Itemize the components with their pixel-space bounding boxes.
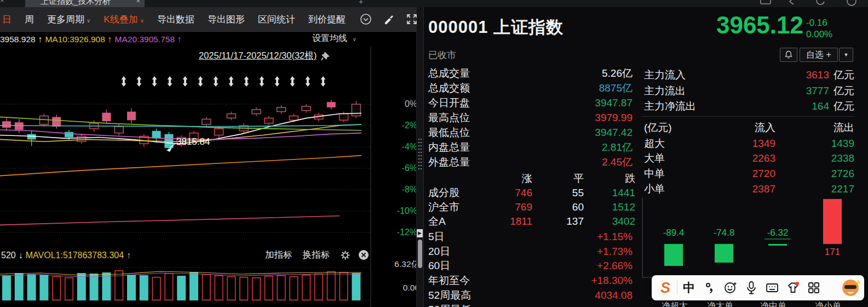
stat-row: 外盘总量2.45亿 (428, 155, 633, 169)
ma-settings-button[interactable]: 设置均线 ∨ (312, 33, 359, 44)
list-item: 年初至今+18.30% (428, 274, 633, 288)
table-row: 大单 2263 2338 (644, 151, 854, 167)
flow-row: 主力流出3777亿元 (644, 83, 854, 99)
bell-icon (784, 50, 793, 59)
axis-tick-label: -6% (378, 163, 417, 173)
ime-punctuation-button[interactable] (699, 277, 720, 298)
splitter-grip[interactable] (418, 138, 422, 172)
updown-arrow-icon (183, 76, 188, 87)
keyboard-icon (765, 281, 779, 295)
volume-header: 520 ↓ MAVOL1:517863783.304 ↑ 加指标 换指标 (0, 249, 416, 262)
stat-row: 总成交额8875亿 (428, 81, 633, 96)
svg-text:-89.4: -89.4 (663, 228, 685, 238)
gear-icon[interactable] (340, 250, 350, 260)
market-breadth-table: 涨 平 跌 成分股 746 55 1441 沪全市 769 60 1512 全A… (428, 172, 635, 229)
stat-row: 最低点位3947.42 (428, 126, 633, 140)
toolbar-item-export-image[interactable]: 导出图形 (208, 13, 245, 26)
close-indicator-icon[interactable] (358, 249, 369, 260)
price-change: -0.16 0.00% (806, 17, 856, 40)
watchlist-dropdown-button[interactable]: ▼ (839, 48, 853, 62)
toolbar-item-price-alert[interactable]: 到价提醒 (308, 13, 346, 26)
price-annotation: 3815.84 (176, 137, 210, 147)
axis-tick-label: 0% (378, 99, 417, 109)
chevron-down-icon: ∨ (87, 18, 90, 24)
tab-title: 上证指数_技术分析 (41, 0, 111, 7)
updown-arrow-icon (198, 76, 203, 87)
mavol-value: MAVOL1:517863783.304 (26, 251, 124, 260)
ime-toolbox-button[interactable] (803, 277, 824, 298)
ime-emoji-button[interactable] (720, 277, 741, 298)
toolbar-item-daily[interactable]: 日 (2, 13, 12, 26)
ime-toolbar: S 中 (652, 275, 864, 300)
alert-bell-button[interactable] (780, 48, 797, 62)
expand-icon[interactable] (406, 13, 418, 25)
page-title: 000001 上证指数 (428, 16, 564, 39)
chevron-down-icon: ∨ (140, 18, 144, 24)
updown-arrow-icon (137, 76, 142, 87)
flow-table-header: (亿元) 流入 流出 (644, 120, 854, 136)
toolbar-item-range-stats[interactable]: 区间统计 (258, 13, 295, 26)
stat-row: 总成交量5.26亿 (428, 66, 633, 81)
window-control-icons[interactable] (757, 0, 861, 7)
ime-voice-button[interactable] (741, 277, 762, 298)
new-tab-button[interactable]: + (359, 0, 363, 6)
updown-arrow-icon (321, 76, 326, 87)
collapse-panel-button[interactable]: ▶ (417, 229, 423, 237)
updown-arrow-icon (122, 76, 127, 87)
vol-value: 520 (1, 251, 16, 260)
stat-row: 内盘总量2.81亿 (428, 140, 633, 155)
ime-language-button[interactable]: 中 (679, 277, 699, 298)
flow-row: 主力流入3613亿元 (644, 67, 854, 83)
updown-arrow-icon (229, 76, 234, 87)
performance-list: 5日+1.15% 20日+1.73% 60日+2.66% 年初至今+18.30%… (428, 230, 633, 307)
history-circle-icon[interactable] (360, 13, 372, 25)
switch-indicator-button[interactable]: 换指标 (303, 249, 330, 261)
notification-dot (795, 282, 799, 286)
capital-flow-table: (亿元) 流入 流出 超大 1349 1439 大单 2263 2338 中单 … (644, 120, 854, 196)
tab-bar: × 上证指数_技术分析 × + (0, 0, 868, 7)
axis-tick-label: -4% (378, 142, 417, 152)
trading-app-window: { "palette": { "accent_orange": "#e8581c… (0, 0, 868, 307)
last-price: 3965.12 (686, 12, 803, 39)
table-row: 中单 2720 2726 (644, 166, 854, 181)
axis-tick-label: -10% (378, 206, 417, 216)
up-arrow-icon: ↑ (177, 35, 182, 44)
scrollbar-thumb[interactable] (418, 240, 422, 268)
ma10-value: MA10:3926.908 (45, 35, 105, 44)
up-arrow-icon: ↑ (108, 35, 112, 44)
toolbar-item-export-data[interactable]: 导出数据 (157, 13, 194, 26)
volume-axis-min: 0.00 (378, 283, 419, 293)
ma-legend: 3958.928 ↑ MA10:3926.908 ↑ MA20:3905.758… (0, 33, 416, 46)
svg-text:-74.8: -74.8 (714, 228, 735, 238)
date-range[interactable]: 2025/11/17-2025/12/30(32根) (199, 50, 332, 62)
tab-active[interactable]: 上证指数_技术分析 × (25, 0, 145, 7)
pane-splitter[interactable]: ▶ (416, 7, 424, 307)
chart-toolbar: 日 周 更多周期∨ K线叠加∨ 导出数据 导出图形 区间统计 到价提醒 (0, 7, 416, 32)
flow-row: 主力净流出164亿元 (644, 99, 854, 115)
toolbar-item-kline-overlay[interactable]: K线叠加∨ (104, 13, 144, 26)
svg-text:-6.32: -6.32 (767, 228, 789, 238)
stat-row: 最高点位3979.99 (428, 111, 633, 126)
toolbar-item-more-periods[interactable]: 更多周期∨ (47, 13, 90, 26)
add-indicator-button[interactable]: 加指标 (265, 249, 292, 261)
breadth-header: 涨 平 跌 (428, 172, 635, 186)
ime-keyboard-button[interactable] (762, 277, 783, 298)
updown-arrow-icon (244, 76, 249, 87)
pin-icon[interactable] (320, 50, 332, 62)
brush-icon[interactable] (383, 13, 395, 25)
clock-icon (847, 0, 856, 5)
table-row: 成分股 746 55 1441 (428, 186, 635, 200)
list-item: 5日+1.15% (428, 230, 633, 245)
divider (677, 281, 677, 295)
ime-mascot-icon[interactable] (840, 276, 862, 298)
updown-arrow-icon (152, 76, 157, 87)
tab-partial-close[interactable]: × (0, 0, 22, 4)
flow-bar-category: 净小单 (810, 300, 846, 307)
add-watchlist-button[interactable]: 自选 + (800, 48, 838, 62)
ime-logo-button[interactable]: S (655, 277, 676, 298)
updown-arrow-icon (290, 76, 295, 87)
ime-skin-button[interactable] (783, 277, 803, 298)
tab-close-icon[interactable]: × (136, 0, 140, 5)
updown-arrow-icon (306, 76, 311, 87)
toolbar-item-weekly[interactable]: 周 (25, 13, 34, 26)
